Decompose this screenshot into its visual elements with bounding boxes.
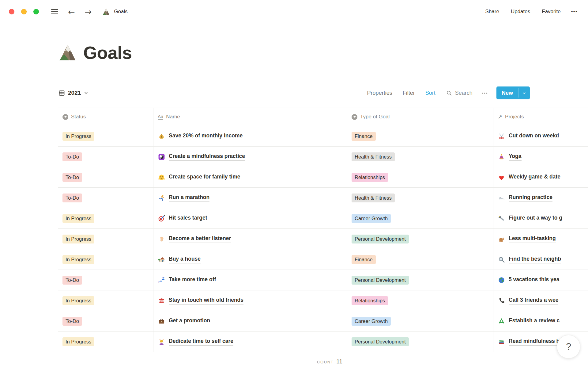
toolbar-properties-button[interactable]: Properties: [367, 90, 392, 96]
type-of-goal-cell[interactable]: Health & Fitness: [347, 147, 493, 167]
project-link[interactable]: Running practice: [509, 194, 552, 202]
name-link[interactable]: Create a mindfulness practice: [169, 153, 245, 161]
search-button[interactable]: Search: [446, 90, 473, 96]
column-header-type-of-goal[interactable]: Type of Goal: [347, 108, 493, 126]
projects-cell[interactable]: Running practice: [493, 188, 588, 208]
project-link[interactable]: Call 3 friends a wee: [509, 297, 558, 305]
table-row[interactable]: In Progress$Save 20% of monthly incomeFi…: [58, 126, 588, 147]
topbar-updates-button[interactable]: Updates: [511, 9, 530, 15]
project-link[interactable]: 5 vacations this yea: [509, 276, 559, 284]
projects-cell[interactable]: 5 vacations this yea: [493, 270, 588, 290]
projects-cell[interactable]: Call 3 friends a wee: [493, 290, 588, 311]
status-cell[interactable]: In Progress: [58, 208, 153, 228]
table-row[interactable]: In ProgressHit sales targetCareer Growth…: [58, 208, 588, 229]
toolbar-more-options-icon[interactable]: •••: [482, 90, 488, 96]
name-cell[interactable]: Dedicate time to self care: [153, 332, 347, 352]
new-dropdown-button[interactable]: [518, 86, 530, 99]
type-of-goal-cell[interactable]: Personal Development: [347, 229, 493, 249]
status-cell[interactable]: In Progress: [58, 126, 153, 146]
project-link[interactable]: Yoga: [509, 153, 522, 161]
name-link[interactable]: Run a marathon: [169, 194, 209, 202]
table-row[interactable]: To-DoCreate space for family timeRelatio…: [58, 167, 588, 188]
back-arrow-icon[interactable]: ←: [68, 8, 75, 16]
zoom-window-button[interactable]: [33, 9, 39, 14]
new-button[interactable]: New: [496, 86, 530, 99]
projects-cell[interactable]: Weekly game & date: [493, 167, 588, 187]
table-row[interactable]: To-DozzZTake more time offPersonal Devel…: [58, 270, 588, 290]
topbar-share-button[interactable]: Share: [485, 9, 499, 15]
project-link[interactable]: Weekly game & date: [509, 173, 560, 181]
name-link[interactable]: Hit sales target: [169, 214, 207, 222]
toolbar-sort-button[interactable]: Sort: [425, 90, 435, 96]
name-cell[interactable]: Create space for family time: [153, 167, 347, 187]
projects-cell[interactable]: Find the best neighb: [493, 249, 588, 270]
status-cell[interactable]: To-Do: [58, 147, 153, 167]
project-link[interactable]: Cut down on weekd: [509, 132, 559, 140]
name-link[interactable]: Get a promotion: [169, 317, 210, 325]
name-cell[interactable]: Buy a house: [153, 249, 347, 270]
column-header-name[interactable]: AaName: [153, 108, 347, 126]
name-link[interactable]: Stay in touch with old friends: [169, 297, 243, 305]
topbar-favorite-button[interactable]: Favorite: [542, 9, 560, 15]
project-link[interactable]: Less multi-tasking: [509, 235, 556, 243]
project-link[interactable]: Figure out a way to g: [509, 214, 562, 222]
breadcrumb-doc-title[interactable]: Goals: [114, 9, 127, 15]
projects-cell[interactable]: Yoga: [493, 147, 588, 167]
status-cell[interactable]: In Progress: [58, 332, 153, 352]
type-of-goal-cell[interactable]: Career Growth: [347, 311, 493, 331]
name-link[interactable]: Save 20% of monthly income: [169, 132, 243, 140]
project-link[interactable]: Find the best neighb: [509, 255, 561, 263]
table-row[interactable]: In ProgressDedicate time to self carePer…: [58, 332, 588, 352]
close-window-button[interactable]: [9, 9, 14, 14]
name-cell[interactable]: Create a mindfulness practice: [153, 147, 347, 167]
name-link[interactable]: Dedicate time to self care: [169, 338, 233, 346]
projects-cell[interactable]: Less multi-tasking: [493, 229, 588, 249]
view-switcher[interactable]: 2021: [58, 90, 89, 97]
type-of-goal-cell[interactable]: Finance: [347, 249, 493, 270]
projects-cell[interactable]: Cut down on weekd: [493, 126, 588, 146]
status-cell[interactable]: To-Do: [58, 270, 153, 290]
column-header-projects[interactable]: ↗Projects: [493, 108, 588, 126]
table-row[interactable]: In ProgressStay in touch with old friend…: [58, 290, 588, 311]
help-button[interactable]: ?: [557, 335, 580, 358]
type-of-goal-cell[interactable]: Personal Development: [347, 270, 493, 290]
minimize-window-button[interactable]: [21, 9, 27, 14]
name-cell[interactable]: Become a better listener: [153, 229, 347, 249]
toolbar-filter-button[interactable]: Filter: [403, 90, 415, 96]
name-link[interactable]: Create space for family time: [169, 173, 240, 181]
name-cell[interactable]: zzZTake more time off: [153, 270, 347, 290]
type-of-goal-cell[interactable]: Career Growth: [347, 208, 493, 228]
type-of-goal-cell[interactable]: Finance: [347, 126, 493, 146]
type-of-goal-cell[interactable]: Relationships: [347, 167, 493, 187]
table-row[interactable]: In ProgressBecome a better listenerPerso…: [58, 229, 588, 249]
aggregate-count[interactable]: COUNT 11: [58, 358, 347, 365]
status-cell[interactable]: In Progress: [58, 229, 153, 249]
name-cell[interactable]: Stay in touch with old friends: [153, 290, 347, 311]
forward-arrow-icon[interactable]: →: [85, 8, 92, 16]
table-row[interactable]: In ProgressBuy a houseFinanceFind the be…: [58, 249, 588, 270]
type-of-goal-cell[interactable]: Relationships: [347, 290, 493, 311]
name-cell[interactable]: Hit sales target: [153, 208, 347, 228]
status-cell[interactable]: In Progress: [58, 249, 153, 270]
sidebar-toggle-icon[interactable]: [51, 9, 58, 14]
projects-cell[interactable]: Figure out a way to g: [493, 208, 588, 228]
more-options-icon[interactable]: •••: [571, 9, 578, 14]
status-cell[interactable]: To-Do: [58, 311, 153, 331]
status-cell[interactable]: In Progress: [58, 290, 153, 311]
name-cell[interactable]: Get a promotion: [153, 311, 347, 331]
project-link[interactable]: Establish a review c: [509, 317, 560, 325]
mountain-icon[interactable]: [58, 43, 77, 62]
projects-cell[interactable]: Establish a review c: [493, 311, 588, 331]
status-cell[interactable]: To-Do: [58, 188, 153, 208]
column-header-status[interactable]: Status: [58, 108, 153, 126]
page-title[interactable]: Goals: [83, 42, 132, 63]
type-of-goal-cell[interactable]: Health & Fitness: [347, 188, 493, 208]
status-cell[interactable]: To-Do: [58, 167, 153, 187]
table-row[interactable]: To-DoGet a promotionCareer GrowthEstabli…: [58, 311, 588, 332]
name-cell[interactable]: Run a marathon: [153, 188, 347, 208]
name-link[interactable]: Take more time off: [169, 276, 216, 284]
type-of-goal-cell[interactable]: Personal Development: [347, 332, 493, 352]
name-cell[interactable]: $Save 20% of monthly income: [153, 126, 347, 146]
table-row[interactable]: To-DoCreate a mindfulness practiceHealth…: [58, 147, 588, 167]
project-link[interactable]: Read mindfulness b: [509, 338, 560, 346]
